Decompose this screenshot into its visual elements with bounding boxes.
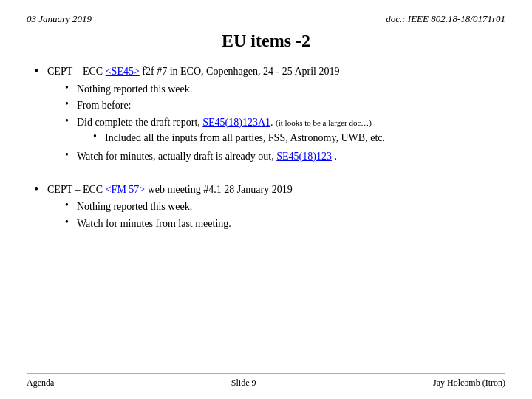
- s2-sub1-text: Nothing reported this week.: [77, 200, 192, 214]
- sub-sub-dot: •: [93, 129, 105, 144]
- section1-sub1: • Nothing reported this week.: [65, 82, 385, 97]
- section2-sub1: • Nothing reported this week.: [65, 200, 293, 214]
- section2-sub2: • Watch for minutes from last meeting.: [65, 216, 293, 231]
- sub3-text: Did complete the draft report, SE45(18)1…: [77, 115, 385, 147]
- sub3-sub1-text: Included all the inputs from all parties…: [105, 131, 385, 146]
- sub2-text: From before:: [77, 98, 131, 113]
- sub-dot: •: [65, 198, 77, 213]
- title-suffix: -2: [291, 31, 310, 50]
- sub4-after: .: [332, 151, 337, 162]
- section1-rest: f2f #7 in ECO, Copenhagen, 24 - 25 April…: [140, 66, 340, 77]
- sub3-prefix: Did complete the draft report,: [77, 117, 202, 128]
- section1-sub3: • Did complete the draft report, SE45(18…: [65, 115, 385, 147]
- section1-sub-bullets: • Nothing reported this week. • From bef…: [65, 82, 385, 164]
- sub4-link[interactable]: SE45(18)123: [276, 151, 332, 162]
- section2-sub-bullets: • Nothing reported this week. • Watch fo…: [65, 200, 293, 231]
- footer-center: Slide 9: [231, 378, 256, 389]
- section1-bullet: • CEPT – ECC <SE45> f2f #7 in ECO, Copen…: [34, 64, 505, 166]
- s2-sub2-text: Watch for minutes from last meeting.: [77, 216, 231, 231]
- section2-text: CEPT – ECC <FM 57> web meeting #4.1 28 J…: [47, 183, 293, 233]
- sub-dot: •: [65, 114, 77, 129]
- slide-footer: Agenda Slide 9 Jay Holcomb (Itron): [27, 373, 505, 389]
- bullet-dot-2: •: [34, 181, 47, 198]
- section1-sub3-subs: • Included all the inputs from all parti…: [93, 131, 385, 146]
- sub3-link[interactable]: SE45(18)123A1: [202, 117, 270, 128]
- sub-dot: •: [65, 81, 77, 95]
- section2-bullet: • CEPT – ECC <FM 57> web meeting #4.1 28…: [34, 183, 505, 233]
- slide-header: 03 January 2019 doc.: IEEE 802.18-18/017…: [27, 13, 505, 25]
- section2-rest: web meeting #4.1 28 January 2019: [145, 184, 292, 195]
- section2-link1[interactable]: <FM 57>: [106, 184, 146, 195]
- section1-sub4: • Watch for minutes, actually draft is a…: [65, 149, 385, 164]
- sub3-after: .: [270, 117, 276, 128]
- slide: 03 January 2019 doc.: IEEE 802.18-18/017…: [0, 0, 532, 399]
- section1-sub3-sub1: • Included all the inputs from all parti…: [93, 131, 385, 146]
- header-doc: doc.: IEEE 802.18-18/0171r01: [386, 13, 505, 25]
- sub4-text: Watch for minutes, actually draft is alr…: [77, 149, 337, 164]
- footer-right: Jay Holcomb (Itron): [433, 378, 505, 389]
- sub-dot: •: [65, 215, 77, 230]
- sub3-small: (it looks to be a larger doc…): [276, 118, 372, 127]
- sub-dot: •: [65, 148, 77, 163]
- sub-dot: •: [65, 97, 77, 112]
- title-text: EU items: [222, 31, 291, 50]
- section1-label: CEPT – ECC: [47, 66, 106, 77]
- footer-left: Agenda: [27, 378, 54, 389]
- sub1-text: Nothing reported this week.: [77, 82, 192, 97]
- section1-sub2: • From before:: [65, 98, 385, 113]
- sub4-prefix: Watch for minutes, actually draft is alr…: [77, 151, 276, 162]
- bullet-dot-1: •: [34, 63, 47, 80]
- section1-link1[interactable]: <SE45>: [106, 66, 140, 77]
- slide-content: • CEPT – ECC <SE45> f2f #7 in ECO, Copen…: [27, 64, 505, 233]
- header-date: 03 January 2019: [27, 13, 92, 25]
- section2-label: CEPT – ECC: [47, 184, 106, 195]
- slide-title: EU items -2: [27, 31, 505, 51]
- section1-text: CEPT – ECC <SE45> f2f #7 in ECO, Copenha…: [47, 64, 385, 166]
